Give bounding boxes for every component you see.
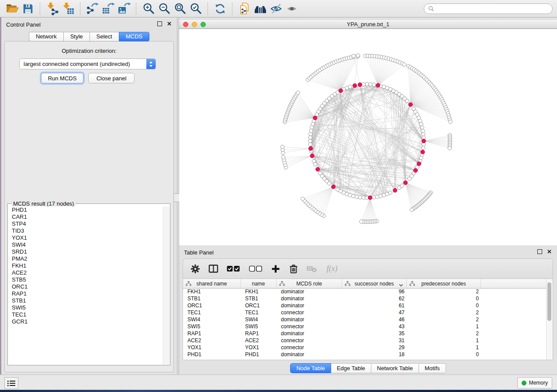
mcds-result-list[interactable]: PHD1CAR1STP4TID3YOX1SWI4SRD1PMA2FKH1ACE2…: [8, 206, 163, 364]
tab-edge-table[interactable]: Edge Table: [331, 363, 371, 373]
memory-button[interactable]: Memory: [517, 377, 552, 389]
mcds-list-scrollbar[interactable]: [163, 206, 170, 364]
log-console-button[interactable]: [4, 377, 18, 389]
zoom-fit-icon[interactable]: [172, 1, 188, 16]
list-item[interactable]: SWI4: [12, 241, 163, 248]
open-session-icon[interactable]: [4, 1, 20, 16]
unselect-all-icon[interactable]: [248, 264, 263, 274]
mcds-node[interactable]: [316, 167, 320, 171]
close-panel-icon[interactable]: ✕: [167, 21, 172, 26]
zoom-out-icon[interactable]: [156, 1, 172, 16]
list-item[interactable]: STB1: [12, 297, 163, 304]
table-row[interactable]: ACE2ACE2connector311: [183, 337, 547, 344]
table-row[interactable]: RAP1RAP1dominator352: [183, 330, 547, 337]
show-column-panel-icon[interactable]: [208, 264, 218, 274]
tab-network-table[interactable]: Network Table: [371, 363, 419, 373]
export-network-icon[interactable]: [85, 1, 100, 16]
scrollbar-thumb[interactable]: [547, 282, 551, 321]
mcds-node[interactable]: [309, 147, 313, 151]
tab-style[interactable]: Style: [63, 32, 90, 41]
list-item[interactable]: STP4: [12, 220, 163, 227]
table-row[interactable]: PHD1PHD1dominator180: [183, 351, 547, 358]
clone-network-icon[interactable]: [237, 1, 253, 16]
tab-select[interactable]: Select: [90, 32, 119, 41]
network-canvas[interactable]: [179, 29, 557, 245]
tab-node-table[interactable]: Node Table: [290, 363, 331, 373]
list-item[interactable]: PMA2: [12, 255, 163, 262]
float-panel-icon[interactable]: [537, 249, 542, 254]
add-column-icon[interactable]: [270, 264, 281, 274]
list-item[interactable]: STB5: [12, 276, 163, 283]
export-table-icon[interactable]: [100, 1, 116, 16]
mcds-node[interactable]: [404, 181, 408, 185]
import-table-icon[interactable]: [60, 1, 76, 16]
table-row[interactable]: STB1STB1dominator620: [183, 295, 547, 302]
splitter-grip[interactable]: [173, 193, 180, 202]
close-panel-icon[interactable]: ✕: [547, 249, 552, 254]
mcds-node[interactable]: [313, 116, 317, 120]
table-row[interactable]: FKH1FKH1dominator962: [183, 288, 547, 295]
list-item[interactable]: ORC1: [12, 283, 163, 290]
table-settings-icon[interactable]: [190, 264, 201, 274]
mcds-node[interactable]: [422, 139, 426, 143]
float-panel-icon[interactable]: [157, 21, 162, 26]
show-all-icon[interactable]: [284, 1, 300, 16]
list-item[interactable]: SRD1: [12, 248, 163, 255]
minimize-window-icon[interactable]: [192, 22, 197, 27]
mcds-node[interactable]: [414, 168, 418, 172]
list-item[interactable]: YOX1: [12, 234, 163, 241]
mcds-node[interactable]: [393, 188, 397, 192]
column-header-name[interactable]: name: [241, 279, 277, 288]
column-header-predecessor-nodes[interactable]: predecessor nodes: [407, 279, 481, 288]
table-row[interactable]: TEC1TEC1connector472: [183, 309, 547, 316]
run-mcds-button[interactable]: Run MCDS: [41, 73, 83, 83]
tab-mcds[interactable]: MCDS: [119, 32, 149, 41]
table-scrollbar[interactable]: [546, 279, 553, 360]
close-panel-button[interactable]: Close panel: [88, 73, 135, 83]
tab-network[interactable]: Network: [29, 32, 63, 41]
refresh-view-icon[interactable]: [212, 1, 228, 16]
import-network-icon[interactable]: [45, 1, 60, 16]
column-header-successor-nodes[interactable]: successor nodes: [342, 279, 407, 288]
mcds-node[interactable]: [339, 89, 343, 93]
list-item[interactable]: CAR1: [12, 213, 163, 220]
list-item[interactable]: SWI5: [12, 304, 163, 311]
hide-selected-icon[interactable]: [268, 1, 284, 16]
search-input[interactable]: [437, 5, 548, 12]
column-header-MCDS-role[interactable]: MCDS role: [277, 279, 342, 288]
column-header-shared-name[interactable]: shared name: [183, 279, 241, 288]
list-item[interactable]: PHD1: [12, 206, 163, 213]
zoom-in-icon[interactable]: [141, 1, 156, 16]
export-image-icon[interactable]: [116, 1, 132, 16]
mcds-node[interactable]: [376, 83, 380, 87]
mcds-node[interactable]: [358, 83, 362, 86]
mcds-node[interactable]: [408, 103, 412, 107]
list-item[interactable]: TEC1: [12, 311, 163, 318]
close-window-icon[interactable]: [183, 22, 188, 27]
list-item[interactable]: GCR1: [12, 318, 163, 325]
maximize-window-icon[interactable]: [201, 22, 206, 27]
table-row[interactable]: SWI4SWI4dominator462: [183, 316, 547, 323]
list-item[interactable]: RAP1: [12, 290, 163, 297]
mcds-node[interactable]: [310, 154, 314, 158]
mcds-node[interactable]: [332, 185, 336, 189]
mcds-node[interactable]: [353, 83, 356, 87]
mcds-node[interactable]: [417, 162, 421, 165]
first-neighbors-icon[interactable]: [253, 1, 268, 16]
criterion-dropdown[interactable]: largest connected component (undirected): [19, 58, 156, 69]
tab-motifs[interactable]: Motifs: [419, 363, 446, 373]
save-session-icon[interactable]: [20, 1, 36, 16]
list-item[interactable]: ACE2: [12, 269, 163, 276]
delete-column-icon[interactable]: [288, 264, 299, 274]
list-item[interactable]: FKH1: [12, 262, 163, 269]
list-item[interactable]: TID3: [12, 227, 163, 234]
network-graph[interactable]: [179, 29, 557, 245]
select-all-icon[interactable]: [226, 264, 241, 274]
mcds-node[interactable]: [368, 196, 372, 199]
mcds-node[interactable]: [421, 150, 425, 154]
table-row[interactable]: YOX1YOX1connector291: [183, 344, 547, 351]
table-row[interactable]: ORC1ORC1dominator610: [183, 302, 547, 309]
zoom-selected-icon[interactable]: [188, 1, 204, 16]
table-row[interactable]: SWI5SWI5connector431: [183, 323, 547, 330]
search-box[interactable]: [424, 3, 553, 14]
